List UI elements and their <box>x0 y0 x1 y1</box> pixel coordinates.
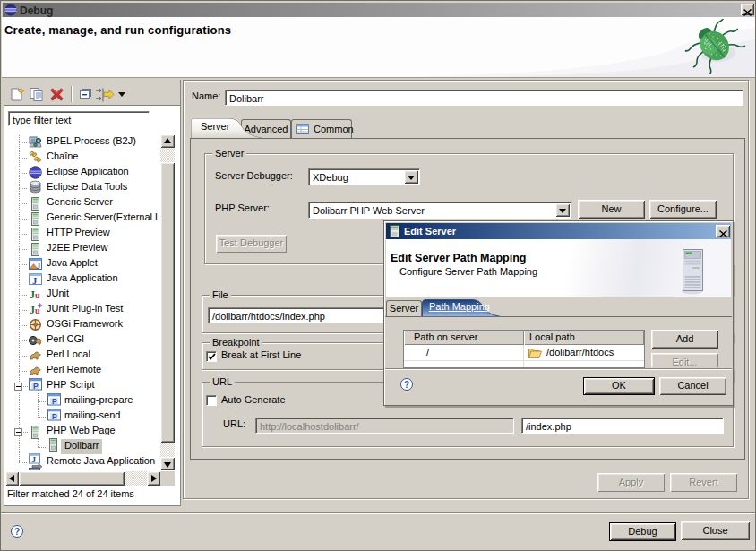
svg-text:u: u <box>35 290 40 300</box>
svg-text:J: J <box>32 455 37 464</box>
svg-text:J: J <box>37 262 41 271</box>
svg-text:J: J <box>32 276 37 286</box>
